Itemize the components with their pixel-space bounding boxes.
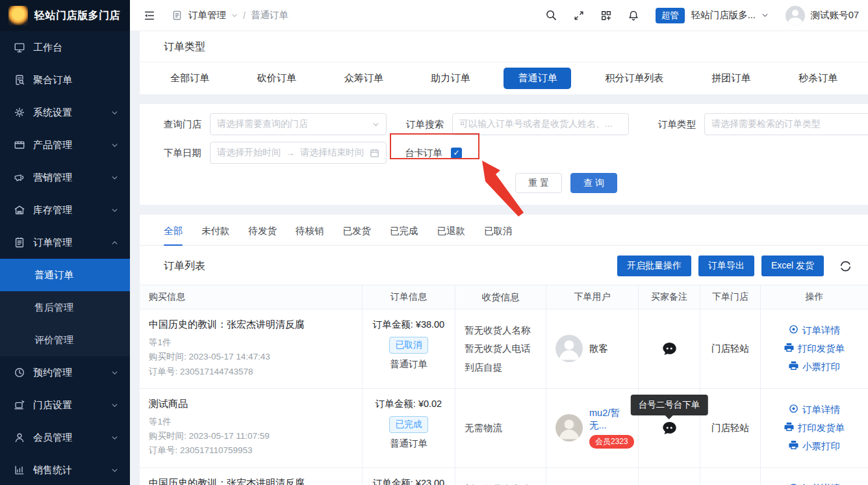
order-number: 订单号: 230517144743578 [149, 365, 353, 379]
buyer-cell: mu2/暂无... 会员2323 [546, 389, 638, 467]
sidebar-menu: 工作台 聚合订单 系统设置 产品管理 营销管理 [0, 31, 130, 485]
desk-card-filter: 台卡订单 ✓ [405, 147, 462, 159]
tab-crowdfund-orders[interactable]: 众筹订单 [330, 68, 398, 89]
tenant-name[interactable]: 轻站门店版多... [691, 9, 756, 21]
status-tab-all[interactable]: 全部 [164, 225, 183, 245]
status-tab-cancelled[interactable]: 已取消 [484, 225, 513, 245]
purchase-time: 购买时间: 2023-05-17 14:47:43 [149, 350, 353, 364]
order-type-select[interactable]: 请选择需要检索的订单类型 [704, 113, 868, 135]
tab-normal-orders[interactable]: 普通订单 [504, 68, 571, 89]
collapse-sidebar-icon[interactable] [143, 9, 156, 22]
product-title: 中国历史的教训：张宏杰讲明清反腐 [149, 319, 353, 331]
sidebar-item-inventory[interactable]: 库存管理 [0, 194, 130, 226]
inventory-warehouse-icon [14, 204, 25, 216]
breadcrumb-page: 普通订单 [251, 9, 288, 21]
status-badge: 已完成 [389, 416, 429, 433]
table-row: 测试商品 等1件 购买时间: 2023-05-17 11:07:59 订单号: … [140, 389, 868, 468]
calendar-icon [370, 148, 379, 158]
sidebar-item-sales-stats[interactable]: 销售统计 [0, 454, 130, 485]
batch-operation-button[interactable]: 开启批量操作 [617, 256, 691, 276]
refresh-icon[interactable] [839, 259, 852, 273]
content: 订单类型 全部订单 砍价订单 众筹订单 助力订单 普通订单 积分订单列表 拼团订… [130, 31, 868, 485]
column-header: 下单门店 [700, 285, 760, 309]
type-filter-label: 订单类型 [658, 118, 696, 131]
sidebar-item-marketing[interactable]: 营销管理 [0, 161, 130, 194]
store-select[interactable]: 请选择需要查询的门店 [210, 113, 387, 135]
status-tab-completed[interactable]: 已完成 [390, 225, 418, 245]
order-amount: 订单金额: ¥23.00 [372, 477, 446, 485]
chevron-down-icon[interactable] [231, 12, 238, 19]
tab-flash-orders[interactable]: 秒杀订单 [784, 68, 852, 89]
print-invoice-link[interactable]: 打印发货单 [784, 343, 845, 355]
order-detail-link[interactable]: 订单详情 [789, 324, 840, 337]
sidebar-item-product[interactable]: 产品管理 [0, 129, 130, 161]
print-receipt-link[interactable]: 小票打印 [789, 440, 840, 452]
bell-icon[interactable] [627, 9, 640, 22]
reset-button[interactable]: 重 置 [515, 173, 562, 193]
range-arrow: → [286, 148, 295, 158]
fullscreen-icon[interactable] [572, 9, 585, 22]
status-tab-shipped[interactable]: 已发货 [343, 225, 372, 245]
filter-card: 查询门店 请选择需要查询的门店 订单搜索 可以输入订单号或者是收货人姓名、... [140, 104, 868, 205]
sidebar-item-members[interactable]: 会员管理 [0, 421, 130, 454]
sidebar-item-workbench[interactable]: 工作台 [0, 31, 130, 64]
document-icon [170, 9, 183, 22]
chevron-down-icon [111, 402, 118, 409]
app-logo[interactable]: 轻站门店版多门店 [0, 0, 130, 31]
sidebar-item-system-settings[interactable]: 系统设置 [0, 96, 130, 129]
excel-ship-button[interactable]: Excel 发货 [761, 256, 824, 276]
actions-cell: 订单详情 打印发货单 小票打印 [760, 468, 868, 485]
tab-group-orders[interactable]: 拼团订单 [697, 68, 765, 89]
tab-assist-orders[interactable]: 助力订单 [417, 68, 485, 89]
apps-grid-icon[interactable] [600, 9, 613, 22]
account-name[interactable]: 测试账号07 [811, 9, 859, 21]
buyer-cell: 散客 [546, 309, 638, 388]
tab-all-orders[interactable]: 全部订单 [156, 68, 223, 89]
buyer-name[interactable]: 散客 [589, 343, 608, 355]
sidebar-item-reservation[interactable]: 预约管理 [0, 356, 130, 389]
column-header: 下单用户 [546, 285, 638, 309]
chevron-up-icon [111, 239, 118, 246]
purchase-time: 购买时间: 2023-05-17 11:07:59 [149, 429, 353, 443]
query-button[interactable]: 查 询 [570, 173, 617, 193]
print-receipt-link[interactable]: 小票打印 [789, 361, 840, 373]
app-root: 轻站门店版多门店 工作台 聚合订单 系统设置 产品管理 [0, 0, 868, 485]
list-title: 订单列表 [164, 259, 205, 273]
tab-points-orders[interactable]: 积分订单列表 [591, 68, 678, 89]
member-badge: 会员2323 [589, 435, 634, 449]
remark-tooltip: 台号二号台下单 [631, 395, 708, 415]
search-icon[interactable] [545, 9, 558, 22]
status-tab-to-verify[interactable]: 待核销 [296, 225, 324, 245]
breadcrumb-separator: / [243, 10, 246, 21]
chevron-down-icon [111, 369, 118, 376]
order-detail-link[interactable]: 订单详情 [789, 482, 840, 485]
desk-card-checkbox[interactable]: ✓ [451, 148, 462, 159]
status-tab-refunded[interactable]: 已退款 [437, 225, 466, 245]
buyer-avatar [555, 335, 583, 362]
sidebar-item-store-settings[interactable]: 门店设置 [0, 389, 130, 421]
top-bar: 订单管理 / 普通订单 超管 轻站门店版多... 测试账号07 [130, 0, 868, 31]
sidebar-item-aggregate-orders[interactable]: 聚合订单 [0, 64, 130, 96]
type-filter: 订单类型 请选择需要检索的订单类型 [658, 113, 868, 135]
sidebar-item-reviews[interactable]: 评价管理 [0, 324, 130, 356]
print-invoice-link[interactable]: 打印发货单 [784, 422, 845, 434]
date-range-picker[interactable]: 请选择开始时间 → 请选择结束时间 [210, 142, 387, 164]
sidebar-item-normal-orders[interactable]: 普通订单 [0, 259, 130, 291]
chevron-down-icon [111, 207, 118, 214]
chevron-down-icon [111, 174, 118, 181]
sidebar: 轻站门店版多门店 工作台 聚合订单 系统设置 产品管理 [0, 0, 130, 485]
chevron-down-icon[interactable] [761, 12, 769, 19]
product-title: 中国历史的教训：张宏杰讲明清反腐 [149, 477, 353, 485]
tab-bargain-orders[interactable]: 砍价订单 [243, 68, 311, 89]
order-search-input[interactable]: 可以输入订单号或者是收货人姓名、... [452, 113, 629, 135]
sidebar-item-orders[interactable]: 订单管理 [0, 226, 130, 259]
status-tab-to-ship[interactable]: 待发货 [249, 225, 277, 245]
order-export-button[interactable]: 订单导出 [698, 256, 754, 276]
user-avatar[interactable] [785, 6, 805, 25]
status-tab-unpaid[interactable]: 未付款 [201, 225, 230, 245]
breadcrumb-section[interactable]: 订单管理 [188, 9, 226, 21]
speech-bubble-icon[interactable] [661, 341, 678, 357]
order-detail-link[interactable]: 订单详情 [789, 404, 840, 416]
sidebar-item-aftersales[interactable]: 售后管理 [0, 291, 130, 324]
buyer-name[interactable]: mu2/暂无... [589, 407, 634, 432]
